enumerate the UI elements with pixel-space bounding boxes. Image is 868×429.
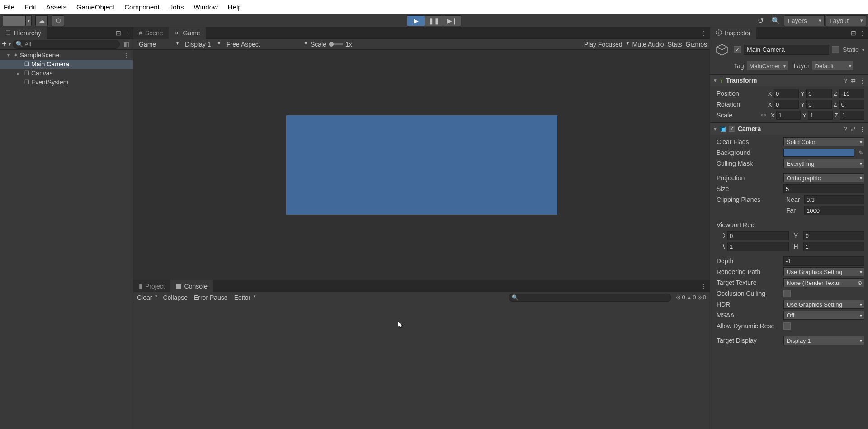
layer-dropdown[interactable]: Default: [812, 61, 853, 70]
depth-field[interactable]: -1: [783, 256, 864, 266]
console-search[interactable]: 🔍: [509, 294, 671, 302]
menu-edit[interactable]: Edit: [24, 3, 36, 11]
package-button[interactable]: ⬡: [52, 15, 64, 26]
menu-gameobject[interactable]: GameObject: [76, 3, 114, 11]
link-icon[interactable]: ⚯: [760, 112, 767, 118]
menu-assets[interactable]: Assets: [46, 3, 66, 11]
lock-icon[interactable]: ⊟: [851, 29, 856, 37]
scale-x-field[interactable]: 1: [776, 111, 801, 120]
hierarchy-search[interactable]: 🔍 All: [13, 40, 120, 49]
viewport-x-field[interactable]: 0: [727, 231, 789, 240]
scale-slider[interactable]: [329, 43, 343, 45]
viewport-h-field[interactable]: 1: [803, 242, 865, 251]
gameobject-active-checkbox[interactable]: [734, 46, 741, 53]
object-picker-icon[interactable]: ⊙: [857, 280, 862, 286]
game-mode-dropdown[interactable]: Game: [136, 41, 181, 48]
display-dropdown[interactable]: Display 1: [182, 41, 223, 48]
viewport-w-field[interactable]: 1: [727, 242, 789, 251]
panel-menu-icon[interactable]: ⋮: [701, 29, 707, 37]
hierarchy-item-eventsystem[interactable]: ❒ EventSystem: [0, 78, 133, 87]
rotation-x-field[interactable]: 0: [774, 100, 799, 109]
scene-row[interactable]: ▼ ✦ SampleScene ⋮: [0, 51, 133, 60]
position-z-field[interactable]: -10: [839, 89, 864, 98]
scale-z-field[interactable]: 1: [840, 111, 864, 120]
info-count[interactable]: ⊙0: [676, 294, 685, 301]
undo-history-button[interactable]: ↺: [753, 15, 768, 26]
menu-file[interactable]: File: [4, 3, 14, 11]
gizmos-toggle[interactable]: Gizmos: [686, 41, 707, 48]
global-search-button[interactable]: 🔍: [769, 15, 783, 26]
viewport-y-field[interactable]: 0: [803, 231, 865, 240]
tab-console[interactable]: ▤ Console: [170, 280, 213, 292]
target-display-dropdown[interactable]: Display 1: [783, 336, 864, 345]
rendering-path-dropdown[interactable]: Use Graphics Setting: [783, 267, 864, 276]
panel-menu-icon[interactable]: ⋮: [124, 29, 130, 37]
fold-icon[interactable]: ▼: [6, 53, 12, 58]
fold-icon[interactable]: ▼: [713, 126, 717, 131]
camera-enabled-checkbox[interactable]: [729, 126, 735, 132]
tab-inspector[interactable]: ⓘ Inspector: [710, 27, 756, 39]
tab-scene[interactable]: # Scene: [133, 27, 169, 39]
fold-icon[interactable]: ▸: [17, 71, 23, 76]
lock-icon[interactable]: ⊟: [116, 29, 121, 37]
create-dropdown[interactable]: ▾: [9, 42, 11, 47]
account-dropdown[interactable]: ▾: [25, 15, 32, 26]
size-field[interactable]: 5: [783, 184, 864, 193]
eyedropper-icon[interactable]: ✎: [857, 149, 864, 156]
rotation-y-field[interactable]: 0: [806, 100, 831, 109]
menu-window[interactable]: Window: [194, 3, 218, 11]
component-menu-icon[interactable]: ⋮: [859, 126, 865, 132]
projection-dropdown[interactable]: Orthographic: [783, 173, 864, 182]
search-scope-icon[interactable]: ◧: [122, 41, 131, 48]
static-checkbox[interactable]: [832, 46, 839, 53]
account-button[interactable]: [3, 15, 25, 26]
target-texture-field[interactable]: None (Render Textur⊙: [783, 278, 864, 287]
tag-dropdown[interactable]: MainCamer: [747, 61, 788, 70]
scene-menu-icon[interactable]: ⋮: [123, 51, 133, 59]
tab-game[interactable]: ᯅ Game: [169, 27, 206, 39]
preset-icon[interactable]: ⇄: [851, 126, 856, 132]
position-y-field[interactable]: 0: [806, 89, 831, 98]
step-button[interactable]: ▶❙: [443, 15, 461, 26]
clear-button[interactable]: Clear: [135, 294, 158, 301]
hierarchy-item-canvas[interactable]: ▸ ❒ Canvas: [0, 69, 133, 78]
hierarchy-item-main-camera[interactable]: ❒ Main Camera: [0, 60, 133, 69]
tab-project[interactable]: ▮ Project: [133, 280, 170, 292]
static-dropdown[interactable]: ▾: [862, 47, 864, 52]
occlusion-culling-checkbox[interactable]: [783, 290, 791, 297]
pause-button[interactable]: ❚❚: [425, 15, 443, 26]
tab-hierarchy[interactable]: ☲ Hierarchy: [0, 27, 47, 39]
far-field[interactable]: 1000: [804, 206, 864, 215]
menu-help[interactable]: Help: [228, 3, 242, 11]
error-count[interactable]: ⊗0: [697, 294, 706, 301]
rotation-z-field[interactable]: 0: [839, 100, 864, 109]
dynamic-res-checkbox[interactable]: [783, 322, 791, 330]
gameobject-name-field[interactable]: Main Camera: [744, 45, 829, 55]
aspect-dropdown[interactable]: Free Aspect: [224, 41, 310, 48]
layers-dropdown[interactable]: Layers: [784, 15, 825, 26]
play-button[interactable]: ▶: [407, 15, 425, 26]
panel-menu-icon[interactable]: ⋮: [701, 283, 707, 290]
play-focused-dropdown[interactable]: Play Focused: [581, 41, 632, 48]
hdr-dropdown[interactable]: Use Graphics Setting: [783, 300, 864, 309]
menu-jobs[interactable]: Jobs: [170, 3, 184, 11]
culling-mask-dropdown[interactable]: Everything: [783, 159, 864, 168]
mute-audio-toggle[interactable]: Mute Audio: [632, 41, 664, 48]
editor-dropdown[interactable]: Editor: [232, 294, 257, 301]
msaa-dropdown[interactable]: Off: [783, 311, 864, 320]
scale-y-field[interactable]: 1: [808, 111, 832, 120]
collapse-toggle[interactable]: Collapse: [161, 294, 189, 301]
game-viewport[interactable]: [133, 50, 710, 280]
console-body[interactable]: [133, 303, 710, 429]
stats-toggle[interactable]: Stats: [665, 41, 685, 48]
clear-flags-dropdown[interactable]: Solid Color: [783, 137, 864, 146]
help-icon[interactable]: ?: [844, 77, 847, 84]
near-field[interactable]: 0.3: [804, 195, 864, 204]
position-x-field[interactable]: 0: [774, 89, 799, 98]
cloud-button[interactable]: ☁: [35, 15, 48, 26]
fold-icon[interactable]: ▼: [713, 78, 717, 83]
create-button[interactable]: +: [2, 39, 7, 49]
preset-icon[interactable]: ⇄: [851, 77, 856, 84]
error-pause-toggle[interactable]: Error Pause: [192, 294, 230, 301]
component-menu-icon[interactable]: ⋮: [859, 77, 865, 84]
